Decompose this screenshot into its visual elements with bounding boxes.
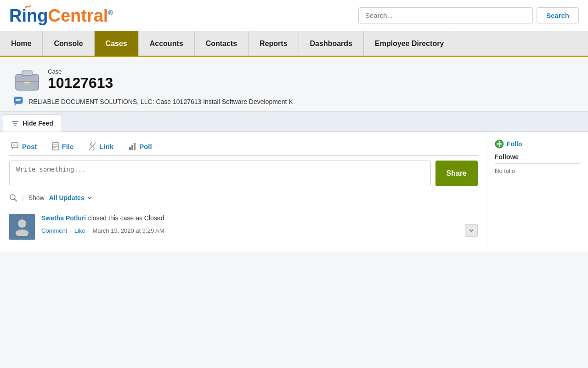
svg-rect-21 (129, 147, 131, 150)
chat-icon-small (14, 97, 24, 107)
feed-content: Post File (0, 132, 588, 252)
nav-item-cases[interactable]: Cases (95, 31, 139, 56)
link-tab-label: Link (99, 143, 113, 150)
case-number: 10127613 (48, 75, 113, 91)
comment-separator-2: · (88, 227, 90, 234)
case-header: Case 10127613 RELIABLE DOCUMENT SOLUTION… (0, 57, 588, 111)
main: Case 10127613 RELIABLE DOCUMENT SOLUTION… (0, 57, 588, 368)
case-subtitle-row: RELIABLE DOCUMENT SOLUTIONS, LLC: Case 1… (14, 97, 574, 107)
feed-section: Hide Feed Post (0, 111, 588, 252)
search-area: Search (358, 7, 579, 23)
tab-poll[interactable]: Poll (121, 139, 159, 153)
nav-item-contacts[interactable]: Contacts (195, 31, 249, 56)
filter-value: All Updates (49, 194, 85, 201)
nav-item-dashboards[interactable]: Dashboards (299, 31, 364, 56)
svg-rect-23 (134, 143, 136, 150)
comment-text: closed this case as Closed. (88, 214, 166, 222)
logo-ring: Ring (9, 6, 48, 25)
chevron-down-icon (86, 195, 93, 201)
share-button[interactable]: Share (435, 161, 478, 186)
svg-line-25 (15, 199, 17, 201)
comment-entry: Swetha Potluri closed this case as Close… (9, 209, 478, 244)
plus-circle-icon (495, 139, 504, 149)
chevron-down-icon (469, 228, 474, 233)
logo-text: RingCentral® (9, 6, 113, 25)
poll-icon (128, 142, 136, 150)
search-icon[interactable] (9, 194, 17, 202)
hide-feed-label: Hide Feed (23, 120, 53, 127)
tab-file[interactable]: File (45, 139, 81, 153)
link-icon (88, 142, 96, 150)
svg-point-15 (16, 145, 17, 146)
hide-feed-icon (11, 120, 19, 127)
logo-wrapper: RingCentral® (9, 7, 113, 24)
svg-rect-4 (14, 97, 23, 104)
svg-point-27 (16, 230, 28, 236)
header: RingCentral® Search (0, 0, 588, 31)
svg-point-13 (13, 145, 14, 146)
poll-tab-label: Poll (139, 143, 152, 150)
case-subtitle-text: RELIABLE DOCUMENT SOLUTIONS, LLC: Case 1… (28, 98, 293, 105)
logo-area: RingCentral® (9, 7, 113, 24)
no-followers-text: No follo (495, 167, 581, 174)
tab-post[interactable]: Post (9, 139, 45, 153)
filter-divider: | (22, 194, 24, 201)
svg-rect-8 (12, 121, 18, 122)
case-title-text: Case 10127613 (48, 68, 113, 91)
hide-feed-bar: Hide Feed (0, 112, 588, 132)
nav: Home Console Cases Accounts Contacts Rep… (0, 31, 588, 57)
avatar (9, 214, 35, 240)
nav-item-reports[interactable]: Reports (249, 31, 299, 56)
logo-central: Central (48, 6, 108, 25)
signal-icon (24, 4, 32, 9)
nav-item-home[interactable]: Home (0, 31, 43, 56)
like-link[interactable]: Like (74, 227, 85, 234)
post-icon (11, 142, 19, 150)
tab-link[interactable]: Link (81, 139, 121, 153)
nav-item-console[interactable]: Console (43, 31, 94, 56)
follow-button[interactable]: Follo (495, 139, 581, 149)
feed-left: Post File (0, 132, 487, 252)
nav-item-employee-directory[interactable]: Employee Directory (364, 31, 455, 56)
case-title-row: Case 10127613 (14, 66, 574, 93)
comment-timestamp: March 19, 2020 at 9:29 AM (92, 227, 164, 234)
comment-body: Swetha Potluri closed this case as Close… (41, 214, 478, 237)
logo-reg: ® (108, 9, 113, 17)
feed-right: Follo Followe No follo (487, 132, 588, 252)
svg-rect-1 (22, 71, 32, 75)
comment-header: Swetha Potluri closed this case as Close… (41, 214, 478, 222)
svg-marker-5 (14, 104, 17, 106)
write-area: Share (9, 161, 478, 186)
svg-rect-22 (131, 145, 133, 150)
file-tab-label: File (62, 143, 74, 150)
follow-label: Follo (507, 140, 522, 148)
case-icon (14, 66, 40, 93)
post-tab-label: Post (22, 143, 37, 150)
nav-item-accounts[interactable]: Accounts (139, 31, 195, 56)
filter-row: | Show All Updates (9, 194, 478, 202)
comment-menu-button[interactable] (465, 224, 478, 237)
comment-link[interactable]: Comment (41, 227, 67, 234)
svg-point-26 (18, 219, 26, 228)
user-avatar-icon (14, 218, 30, 236)
comment-separator-1: · (70, 227, 72, 234)
followers-label: Followe (495, 153, 581, 164)
svg-rect-9 (13, 123, 17, 124)
comment-actions: Comment · Like · March 19, 2020 at 9:29 … (41, 224, 478, 237)
svg-point-14 (14, 145, 15, 146)
search-input[interactable] (358, 7, 533, 23)
comment-author[interactable]: Swetha Potluri (41, 214, 86, 222)
svg-rect-10 (14, 125, 17, 126)
hide-feed-button[interactable]: Hide Feed (3, 115, 62, 132)
filter-dropdown[interactable]: All Updates (49, 194, 93, 201)
action-tabs: Post File (9, 139, 478, 156)
file-icon (52, 142, 59, 150)
case-label: Case (48, 68, 113, 75)
write-input[interactable] (9, 161, 431, 186)
search-button[interactable]: Search (537, 7, 579, 23)
svg-rect-2 (24, 81, 30, 84)
show-label: Show (28, 194, 45, 201)
